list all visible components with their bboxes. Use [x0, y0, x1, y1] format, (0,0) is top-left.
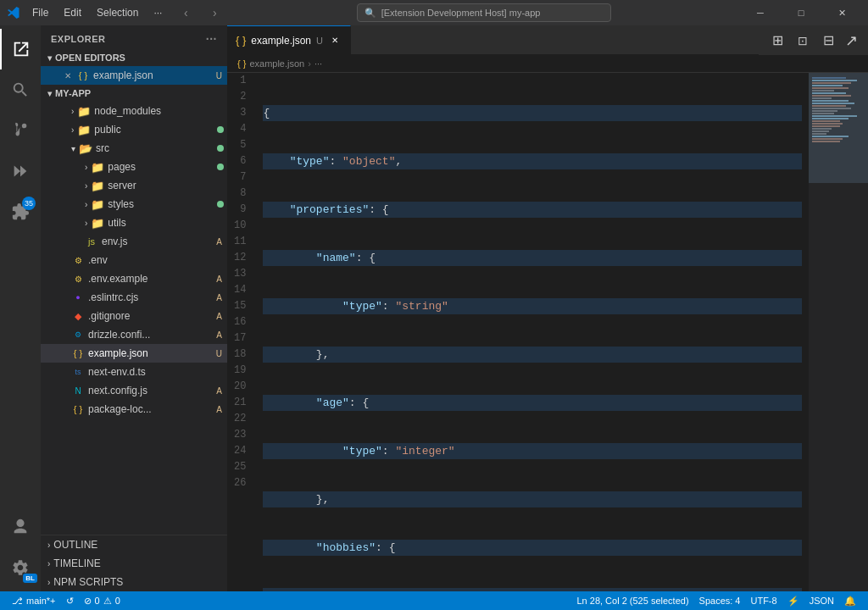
- sidebar-header: EXPLORER ···: [41, 25, 227, 49]
- file-name-label: next-env.d.ts: [88, 366, 227, 378]
- file-item-drizzle[interactable]: ⚙ drizzle.confi... A: [41, 325, 227, 344]
- line-number-13: 13: [234, 266, 246, 282]
- folder-item-node-modules[interactable]: › 📁 node_modules: [41, 102, 227, 120]
- menu-more[interactable]: ···: [147, 5, 169, 20]
- activity-bottom: BL: [0, 507, 41, 588]
- line-number-6: 6: [234, 153, 246, 169]
- project-header[interactable]: ▾ MY-APP: [41, 85, 227, 102]
- folder-item-styles[interactable]: › 📁 styles: [41, 195, 227, 214]
- folder-name: utils: [108, 217, 227, 229]
- status-language[interactable]: JSON: [804, 591, 839, 610]
- split-editor-button[interactable]: ⊡: [791, 29, 815, 53]
- sidebar-content: ▾ OPEN EDITORS ✕ { } example.json U ▾ MY…: [41, 49, 227, 535]
- status-notifications[interactable]: 🔔: [839, 591, 861, 610]
- minimize-button[interactable]: ─: [741, 0, 780, 25]
- restore-button[interactable]: □: [782, 0, 821, 25]
- close-button[interactable]: ✕: [822, 0, 861, 25]
- line-number-8: 8: [234, 186, 246, 202]
- tab-close-button[interactable]: ✕: [328, 34, 342, 47]
- status-branch[interactable]: ⎇ main*+: [7, 591, 61, 610]
- activity-item-account[interactable]: [0, 507, 41, 547]
- file-item-next-env[interactable]: ts next-env.d.ts: [41, 363, 227, 381]
- git-status-badge: U: [216, 349, 227, 358]
- folder-item-pages[interactable]: › 📁 pages: [41, 158, 227, 176]
- file-item-next-config[interactable]: N next.config.js A: [41, 381, 227, 400]
- file-item-env-example[interactable]: ⚙ .env.example A: [41, 269, 227, 288]
- folder-name: node_modules: [94, 105, 227, 117]
- status-sync[interactable]: ↺: [61, 591, 79, 610]
- line-number-19: 19: [234, 363, 246, 379]
- file-name-label: next.config.js: [88, 385, 213, 396]
- activity-item-settings[interactable]: BL: [0, 547, 41, 588]
- open-editor-filename: example.json: [93, 69, 213, 81]
- activity-item-debug[interactable]: [0, 151, 41, 191]
- line-number-11: 11: [234, 234, 246, 250]
- json-icon: { }: [71, 347, 85, 360]
- json-icon: { }: [71, 402, 85, 416]
- folder-icon: 📁: [91, 160, 104, 174]
- eol-icon: ⚡: [787, 596, 799, 607]
- close-file-icon[interactable]: ✕: [64, 71, 71, 80]
- status-spaces[interactable]: Spaces: 4: [694, 591, 746, 610]
- git-status-badge: A: [216, 237, 227, 247]
- menu-selection[interactable]: Selection: [90, 5, 145, 20]
- file-item-env[interactable]: ⚙ .env: [41, 251, 227, 269]
- folder-item-utils[interactable]: › 📁 utils: [41, 214, 227, 232]
- line-number-10: 10: [234, 218, 246, 234]
- tab-example-json[interactable]: { } example.json U ✕: [227, 25, 351, 55]
- activity-item-source-control[interactable]: [0, 110, 41, 151]
- open-editors-header[interactable]: ▾ OPEN EDITORS: [41, 49, 227, 66]
- npm-scripts-section[interactable]: › NPM SCRIPTS: [41, 573, 227, 591]
- sidebar-more-icon[interactable]: ···: [206, 32, 217, 46]
- error-icon: ⊘: [84, 596, 92, 607]
- file-item-example-json[interactable]: { } example.json U: [41, 344, 227, 363]
- git-status-badge: A: [216, 386, 227, 396]
- status-eol[interactable]: ⚡: [782, 591, 804, 610]
- more-actions-button[interactable]: ⊟: [816, 29, 840, 53]
- nav-forward-button[interactable]: ›: [203, 3, 226, 22]
- line-number-18: 18: [234, 347, 246, 363]
- timeline-section[interactable]: › TIMELINE: [41, 554, 227, 573]
- status-encoding[interactable]: UTF-8: [745, 591, 782, 610]
- git-icon: ◆: [71, 309, 85, 323]
- menu-file[interactable]: File: [25, 5, 55, 20]
- breadcrumb: { } example.json › ···: [227, 55, 868, 73]
- config-icon: ⚙: [71, 328, 85, 341]
- folder-item-public[interactable]: › 📁 public: [41, 120, 227, 139]
- search-icon: 🔍: [364, 8, 376, 19]
- folder-icon: 📁: [77, 104, 91, 118]
- branch-name: main*+: [26, 596, 56, 606]
- chevron-down-icon: ▾: [47, 53, 52, 63]
- status-errors[interactable]: ⊘ 0 ⚠ 0: [79, 591, 125, 610]
- nav-back-button[interactable]: ‹: [174, 3, 198, 22]
- file-item-gitignore[interactable]: ◆ .gitignore A: [41, 307, 227, 325]
- activity-item-explorer[interactable]: [0, 29, 41, 69]
- search-box[interactable]: 🔍 [Extension Development Host] my-app: [357, 3, 611, 22]
- folder-item-src[interactable]: ▾ 📂 src: [41, 139, 227, 158]
- file-item-eslintrc[interactable]: ● .eslintrc.cjs A: [41, 288, 227, 307]
- open-editor-item-example-json[interactable]: ✕ { } example.json U: [41, 66, 227, 85]
- activity-item-extensions[interactable]: 35: [0, 191, 41, 232]
- folder-name: server: [108, 180, 227, 191]
- line-number-3: 3: [234, 105, 246, 121]
- code-line-8: "type": "integer": [263, 443, 802, 459]
- toggle-sidebar-button[interactable]: ⊞: [765, 29, 789, 53]
- encoding-label: UTF-8: [750, 596, 776, 606]
- breadcrumb-more[interactable]: ···: [314, 58, 322, 69]
- bell-icon: 🔔: [844, 596, 856, 607]
- line-number-26: 26: [234, 475, 246, 491]
- status-position[interactable]: Ln 28, Col 2 (525 selected): [571, 591, 693, 610]
- menu-edit[interactable]: Edit: [57, 5, 88, 20]
- file-item-env-js[interactable]: js env.js A: [41, 232, 227, 251]
- line-numbers: 1 2 3 4 5 6 7 8 9 10 11 12 13 14 15 16 1…: [227, 73, 256, 591]
- folder-item-server[interactable]: › 📁 server: [41, 176, 227, 195]
- breadcrumb-file[interactable]: example.json: [249, 58, 304, 69]
- tab-filename: example.json: [251, 35, 311, 47]
- line-number-5: 5: [234, 137, 246, 153]
- activity-item-search[interactable]: [0, 69, 41, 110]
- code-content[interactable]: { "type": "object", "properties": { "nam…: [256, 73, 809, 591]
- outline-section[interactable]: › OUTLINE: [41, 535, 227, 554]
- file-item-package-lock[interactable]: { } package-loc... A: [41, 400, 227, 419]
- line-number-12: 12: [234, 250, 246, 266]
- settings-badge: BL: [23, 574, 37, 583]
